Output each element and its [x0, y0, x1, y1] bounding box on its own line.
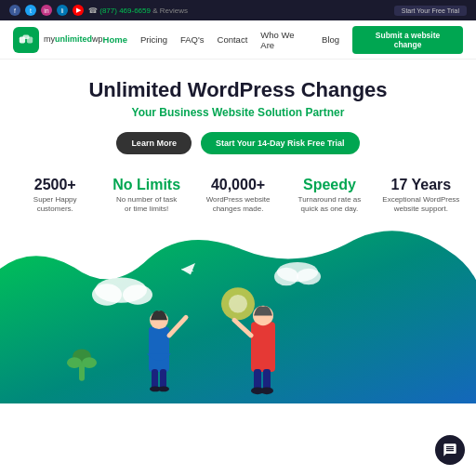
stat-limits: No Limits No number of taskor time limit… [100, 177, 192, 214]
chat-button[interactable] [435, 435, 465, 465]
blob-background [0, 222, 476, 403]
nav-pricing[interactable]: Pricing [140, 34, 167, 45]
linkedin-icon[interactable]: li [57, 5, 68, 16]
stat-speed-label: Turnaround rate asquick as one day. [284, 195, 375, 215]
learn-more-button[interactable]: Learn More [116, 132, 192, 154]
topbar-cta[interactable]: Start Your Free Trial [394, 6, 467, 16]
stat-customers: 2500+ Super Happycustomers. [9, 177, 100, 214]
logo-icon [13, 27, 39, 53]
stat-years-number: 17 Years [376, 177, 467, 193]
submit-change-button[interactable]: Submit a website change [352, 26, 463, 54]
svg-point-16 [82, 357, 97, 368]
youtube-icon[interactable]: ▶ [73, 5, 84, 16]
stat-limits-number: No Limits [100, 177, 192, 193]
stat-limits-label: No number of taskor time limits! [100, 195, 192, 215]
svg-rect-2 [22, 34, 29, 39]
svg-rect-21 [160, 369, 166, 389]
svg-point-7 [274, 268, 298, 286]
illustration-area [0, 222, 476, 403]
logo-text: myunlimitedwp [44, 34, 103, 45]
stat-changes: 40,000+ WordPress websitechanges made. [192, 177, 284, 214]
stat-changes-number: 40,000+ [192, 177, 284, 193]
svg-rect-22 [251, 322, 275, 372]
stat-customers-label: Super Happycustomers. [9, 195, 100, 215]
svg-point-12 [229, 295, 247, 313]
nav-contact[interactable]: Contact [218, 34, 248, 45]
trial-button[interactable]: Start Your 14-Day Risk Free Trial [201, 132, 360, 154]
logo[interactable]: myunlimitedwp [13, 27, 103, 53]
svg-rect-20 [152, 369, 158, 389]
nav-blog[interactable]: Blog [322, 34, 339, 45]
hero-buttons: Learn More Start Your 14-Day Risk Free T… [19, 132, 457, 154]
phone-number: ☎ (877) 469-6659 & Reviews [88, 7, 188, 15]
svg-point-28 [260, 387, 273, 394]
svg-rect-17 [149, 326, 169, 372]
stat-speed: Speedy Turnaround rate asquick as one da… [284, 177, 375, 214]
hero-subtitle: Your Business Website Solution Partner [19, 106, 457, 119]
navbar: myunlimitedwp Home Pricing FAQ's Contact… [0, 20, 476, 60]
svg-point-15 [67, 357, 82, 368]
twitter-icon[interactable]: t [25, 5, 36, 16]
svg-point-4 [92, 284, 122, 305]
stat-customers-number: 2500+ [9, 177, 100, 193]
stat-years: 17 Years Exceptional WordPresswebsite su… [376, 177, 467, 214]
stat-speed-number: Speedy [284, 177, 375, 193]
stat-years-label: Exceptional WordPresswebsite support. [376, 195, 467, 215]
nav-home[interactable]: Home [103, 34, 127, 45]
nav-about[interactable]: Who We Are [260, 30, 309, 50]
instagram-icon[interactable]: in [41, 5, 52, 16]
hero-section: Unlimited WordPress Changes Your Busines… [0, 60, 476, 164]
nav-faq[interactable]: FAQ's [180, 34, 205, 45]
svg-point-5 [123, 284, 152, 304]
nav-links: Home Pricing FAQ's Contact Who We Are Bl… [103, 26, 463, 54]
top-bar: f t in li ▶ ☎ (877) 469-6659 & Reviews S… [0, 0, 476, 20]
facebook-icon[interactable]: f [9, 5, 20, 16]
stats-section: 2500+ Super Happycustomers. No Limits No… [0, 164, 476, 221]
hero-title: Unlimited WordPress Changes [19, 78, 457, 102]
svg-point-30 [158, 386, 169, 391]
chat-icon [443, 443, 457, 457]
svg-point-8 [297, 268, 321, 284]
stat-changes-label: WordPress websitechanges made. [192, 195, 284, 215]
social-links: f t in li ▶ ☎ (877) 469-6659 & Reviews [9, 5, 188, 16]
